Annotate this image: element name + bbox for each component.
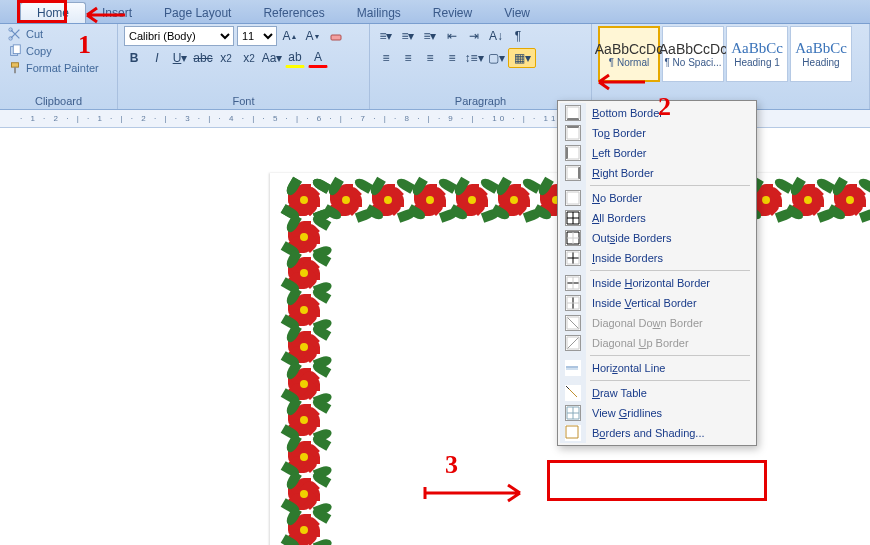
border-icon	[565, 190, 581, 206]
menu-item-outside-borders[interactable]: Outside Borders	[560, 228, 754, 248]
svg-rect-5	[14, 67, 16, 73]
grow-font-button[interactable]: A▲	[280, 26, 300, 46]
style-label: ¶ Normal	[609, 57, 649, 68]
border-icon	[565, 425, 581, 441]
border-icon	[565, 230, 581, 246]
menu-separator	[590, 270, 750, 271]
border-icon	[565, 295, 581, 311]
copy-label: Copy	[26, 45, 52, 57]
border-icon	[565, 105, 581, 121]
flower-ornament	[282, 215, 326, 252]
menu-item-inside-horizontal-border[interactable]: Inside Horizontal Border	[560, 273, 754, 293]
align-left-button[interactable]: ≡	[376, 48, 396, 68]
annotation-number-1: 1	[78, 30, 91, 60]
superscript-button[interactable]: x2	[239, 48, 259, 68]
menu-item-label: Inside Borders	[592, 252, 663, 264]
multilevel-list-button[interactable]: ≡▾	[420, 26, 440, 46]
menu-item-label: All Borders	[592, 212, 646, 224]
subscript-button[interactable]: x2	[216, 48, 236, 68]
border-button[interactable]: ▦▾	[508, 48, 536, 68]
menu-item-draw-table[interactable]: Draw Table	[560, 383, 754, 403]
format-painter-button[interactable]: Format Painter	[6, 60, 101, 76]
menu-item-inside-borders[interactable]: Inside Borders	[560, 248, 754, 268]
menu-item-all-borders[interactable]: All Borders	[560, 208, 754, 228]
align-right-button[interactable]: ≡	[420, 48, 440, 68]
style-preview: AaBbCc	[795, 40, 847, 57]
show-marks-button[interactable]: ¶	[508, 26, 528, 46]
tab-mailings[interactable]: Mailings	[341, 3, 417, 23]
style-preview: AaBbCcDc	[595, 41, 663, 57]
ribbon-tabs: Home Insert Page Layout References Maili…	[0, 0, 870, 24]
font-group-title: Font	[124, 93, 363, 109]
tab-references[interactable]: References	[247, 3, 340, 23]
decrease-indent-button[interactable]: ⇤	[442, 26, 462, 46]
menu-item-borders-and-shading[interactable]: Borders and Shading...	[560, 423, 754, 443]
justify-button[interactable]: ≡	[442, 48, 462, 68]
line-spacing-button[interactable]: ↕≡▾	[464, 48, 484, 68]
menu-item-label: Diagonal Up Border	[592, 337, 689, 349]
shrink-font-button[interactable]: A▼	[303, 26, 323, 46]
flower-ornament	[282, 288, 326, 325]
menu-item-left-border[interactable]: Left Border	[560, 143, 754, 163]
strikethrough-button[interactable]: abc	[193, 48, 213, 68]
menu-item-right-border[interactable]: Right Border	[560, 163, 754, 183]
annotation-number-3: 3	[445, 450, 458, 480]
menu-item-view-gridlines[interactable]: View Gridlines	[560, 403, 754, 423]
font-name-select[interactable]: Calibri (Body)	[124, 26, 234, 46]
menu-item-horizontal-line[interactable]: Horizontal Line	[560, 358, 754, 378]
clear-formatting-button[interactable]	[326, 26, 346, 46]
group-styles: AaBbCcDc¶ NormalAaBbCcDc¶ No Spaci...AaB…	[592, 24, 870, 109]
flower-ornament	[786, 178, 828, 222]
flower-ornament	[282, 435, 326, 472]
menu-item-label: Outside Borders	[592, 232, 672, 244]
increase-indent-button[interactable]: ⇥	[464, 26, 484, 46]
tab-review[interactable]: Review	[417, 3, 488, 23]
bold-button[interactable]: B	[124, 48, 144, 68]
style-item-1[interactable]: AaBbCcDc¶ No Spaci...	[662, 26, 724, 82]
flower-ornament	[282, 398, 326, 435]
tab-page-layout[interactable]: Page Layout	[148, 3, 247, 23]
annotation-arrow-2	[591, 72, 649, 94]
menu-item-bottom-border[interactable]: Bottom Border	[560, 103, 754, 123]
flower-ornament	[408, 178, 450, 222]
bullets-button[interactable]: ≡▾	[376, 26, 396, 46]
menu-item-label: Left Border	[592, 147, 646, 159]
flower-ornament	[282, 362, 326, 399]
align-center-button[interactable]: ≡	[398, 48, 418, 68]
border-icon	[565, 315, 581, 331]
flower-ornament	[828, 178, 870, 222]
border-icon	[565, 385, 581, 401]
paintbrush-icon	[8, 61, 22, 75]
menu-item-inside-vertical-border[interactable]: Inside Vertical Border	[560, 293, 754, 313]
annotation-arrow-1	[77, 5, 129, 27]
flower-ornament	[366, 178, 408, 222]
italic-button[interactable]: I	[147, 48, 167, 68]
menu-item-label: No Border	[592, 192, 642, 204]
highlight-button[interactable]: ab	[285, 48, 305, 68]
menu-item-no-border[interactable]: No Border	[560, 188, 754, 208]
border-menu: Bottom BorderTop BorderLeft BorderRight …	[557, 100, 757, 446]
menu-item-label: Horizontal Line	[592, 362, 665, 374]
shading-button[interactable]: ▢▾	[486, 48, 506, 68]
change-case-button[interactable]: Aa▾	[262, 48, 282, 68]
underline-button[interactable]: U▾	[170, 48, 190, 68]
flower-ornament	[450, 178, 492, 222]
sort-button[interactable]: A↓	[486, 26, 506, 46]
numbering-button[interactable]: ≡▾	[398, 26, 418, 46]
group-clipboard: Cut Copy Format Painter Clipboard	[0, 24, 118, 109]
svg-rect-4	[12, 63, 19, 67]
menu-item-top-border[interactable]: Top Border	[560, 123, 754, 143]
page-border-left	[282, 178, 326, 545]
style-item-2[interactable]: AaBbCcHeading 1	[726, 26, 788, 82]
font-size-select[interactable]: 11	[237, 26, 277, 46]
group-paragraph: ≡▾ ≡▾ ≡▾ ⇤ ⇥ A↓ ¶ ≡ ≡ ≡ ≡ ↕≡▾ ▢▾ ▦▾	[370, 24, 592, 109]
paragraph-group-title: Paragraph	[376, 93, 585, 109]
style-label: Heading 1	[734, 57, 780, 68]
menu-item-label: Right Border	[592, 167, 654, 179]
style-item-3[interactable]: AaBbCcHeading	[790, 26, 852, 82]
tab-view[interactable]: View	[488, 3, 546, 23]
font-color-button[interactable]: A	[308, 48, 328, 68]
menu-item-label: Borders and Shading...	[592, 427, 705, 439]
border-icon	[565, 405, 581, 421]
border-icon	[565, 360, 581, 376]
